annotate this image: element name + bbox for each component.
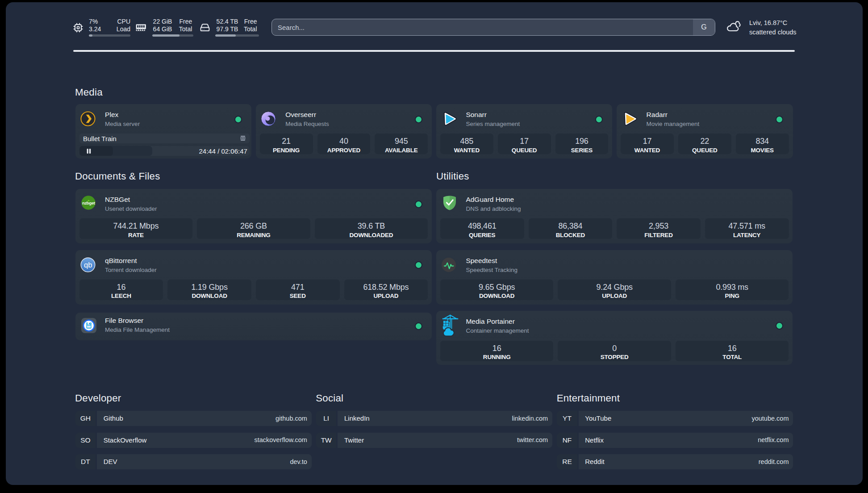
- svg-text:nzbget: nzbget: [82, 201, 96, 205]
- svg-text:qb: qb: [84, 260, 92, 268]
